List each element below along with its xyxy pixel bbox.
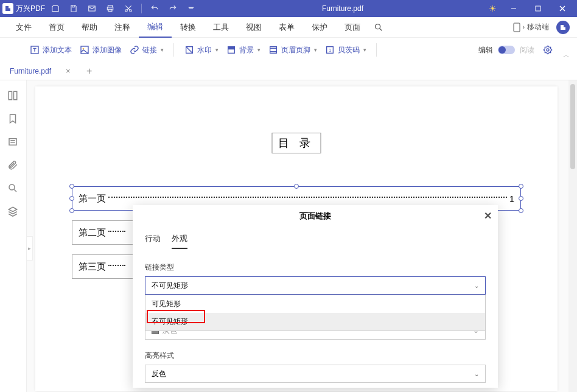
search-icon[interactable] <box>374 23 383 32</box>
link-icon <box>129 44 140 55</box>
option-visible-rect[interactable]: 可见矩形 <box>145 295 485 313</box>
side-panel: ▸ <box>0 80 27 392</box>
header-footer-icon <box>268 44 279 55</box>
tab-furniture[interactable]: Furniture.pdf × <box>0 62 80 80</box>
svg-line-11 <box>380 29 382 30</box>
svg-point-26 <box>547 49 549 51</box>
undo-icon[interactable] <box>149 3 160 14</box>
menu-form[interactable]: 表单 <box>270 17 303 38</box>
close-button[interactable] <box>550 0 575 17</box>
tab-action[interactable]: 行动 <box>145 233 161 249</box>
svg-rect-7 <box>536 6 540 11</box>
add-text-button[interactable]: 添加文本 <box>29 44 72 55</box>
page-link-dialog: 页面链接 ✕ 行动 外观 链接类型 不可见矩形 ⌄ 可见矩形 不可见矩形 灰色 … <box>133 205 498 388</box>
document-tabs: Furniture.pdf × + <box>0 62 577 80</box>
link-type-dropdown: 可见矩形 不可见矩形 <box>145 295 486 331</box>
chevron-down-icon: ▾ <box>314 47 317 53</box>
brand-icon[interactable] <box>556 21 570 34</box>
toc-row-label: 第三页 <box>79 261 106 273</box>
document-title: Furniture.pdf <box>197 4 489 13</box>
watermark-button[interactable]: 水印 ▾ <box>184 44 219 55</box>
menu-edit[interactable]: 编辑 <box>139 17 172 38</box>
open-icon[interactable] <box>50 3 61 14</box>
svg-rect-19 <box>228 47 235 49</box>
dialog-close-icon[interactable]: ✕ <box>484 210 492 222</box>
menu-comment[interactable]: 注释 <box>106 17 139 38</box>
bookmark-icon[interactable] <box>7 113 19 125</box>
highlight-select[interactable]: 反色 ⌄ <box>145 365 486 383</box>
image-icon <box>79 44 90 55</box>
settings-icon[interactable] <box>543 45 553 55</box>
minimize-button[interactable] <box>502 0 526 17</box>
highlight-value: 反色 <box>152 369 166 379</box>
menu-convert[interactable]: 转换 <box>172 17 205 38</box>
menu-help[interactable]: 帮助 <box>73 17 106 38</box>
search-panel-icon[interactable] <box>7 183 19 195</box>
redo-icon[interactable] <box>167 3 178 14</box>
dialog-tabs: 行动 外观 <box>133 227 498 249</box>
read-mode-label: 阅读 <box>520 45 534 55</box>
mode-toggle[interactable] <box>498 46 515 54</box>
scrollbar-thumb[interactable] <box>570 84 575 169</box>
menu-protect[interactable]: 保护 <box>303 17 336 38</box>
svg-line-33 <box>14 189 16 192</box>
option-invisible-rect[interactable]: 不可见矩形 <box>145 313 485 331</box>
svg-text:1: 1 <box>329 48 331 52</box>
toc-row-page: 1 <box>509 194 514 204</box>
svg-rect-27 <box>9 91 12 100</box>
app-logo <box>2 3 13 14</box>
background-button[interactable]: 背景 ▾ <box>226 44 261 55</box>
link-type-label: 链接类型 <box>145 262 486 273</box>
link-type-value: 不可见矩形 <box>152 281 188 291</box>
theme-icon[interactable]: ☀ <box>489 4 497 13</box>
maximize-button[interactable] <box>526 0 550 17</box>
mobile-link[interactable]: › 移动端 <box>513 22 549 32</box>
background-icon <box>226 44 237 55</box>
collapse-ribbon-icon[interactable]: ︿ <box>563 51 570 60</box>
chevron-down-icon: ▾ <box>161 47 164 53</box>
title-bar: 万兴PDF Furniture.pdf ☀ <box>0 0 577 17</box>
menu-file[interactable]: 文件 <box>7 17 40 38</box>
svg-rect-28 <box>13 91 16 100</box>
chevron-down-icon: ⌄ <box>474 371 479 377</box>
toc-title: 目 录 <box>271 133 321 153</box>
menu-view[interactable]: 视图 <box>237 17 270 38</box>
chevron-down-icon: ▾ <box>257 47 261 53</box>
add-image-button[interactable]: 添加图像 <box>79 44 122 55</box>
mail-icon[interactable] <box>86 3 97 14</box>
text-icon <box>29 44 40 55</box>
bates-button[interactable]: 1 贝茨码 ▾ <box>324 44 366 55</box>
dialog-title: 页面链接 <box>299 211 331 222</box>
scrollbar[interactable] <box>568 80 577 392</box>
attachments-icon[interactable] <box>7 159 19 172</box>
link-button[interactable]: 链接 ▾ <box>129 44 164 55</box>
menu-tools[interactable]: 工具 <box>205 17 237 38</box>
thumbnails-icon[interactable] <box>7 90 19 102</box>
save-icon[interactable] <box>68 3 79 14</box>
header-footer-button[interactable]: 页眉页脚 ▾ <box>268 44 317 55</box>
svg-marker-25 <box>544 46 551 54</box>
cut-icon[interactable] <box>123 3 134 14</box>
link-type-select[interactable]: 不可见矩形 ⌄ 可见矩形 不可见矩形 <box>145 276 486 295</box>
menu-home[interactable]: 首页 <box>40 17 73 38</box>
highlight-label: 高亮样式 <box>145 351 486 361</box>
add-tab-button[interactable]: + <box>80 66 99 77</box>
watermark-icon <box>184 44 195 55</box>
more-icon[interactable] <box>186 3 197 14</box>
chevron-down-icon: ▾ <box>363 47 366 53</box>
edit-mode-label: 编辑 <box>478 45 493 55</box>
svg-point-15 <box>83 48 85 50</box>
app-name: 万兴PDF <box>16 4 45 14</box>
bates-icon: 1 <box>324 44 335 55</box>
menu-page[interactable]: 页面 <box>336 17 369 38</box>
layers-icon[interactable] <box>7 206 19 218</box>
print-icon[interactable] <box>105 3 116 14</box>
svg-point-32 <box>9 184 15 190</box>
chevron-down-icon: ▾ <box>215 47 219 53</box>
ribbon-toolbar: 添加文本 添加图像 链接 ▾ 水印 ▾ 背景 ▾ 页眉页脚 ▾ 1 贝茨码 ▾ … <box>0 38 577 62</box>
toc-row-label: 第二页 <box>79 227 106 239</box>
annotations-icon[interactable] <box>7 136 19 149</box>
svg-line-17 <box>186 47 193 54</box>
close-tab-icon[interactable]: × <box>66 66 71 75</box>
tab-appearance[interactable]: 外观 <box>172 233 187 249</box>
